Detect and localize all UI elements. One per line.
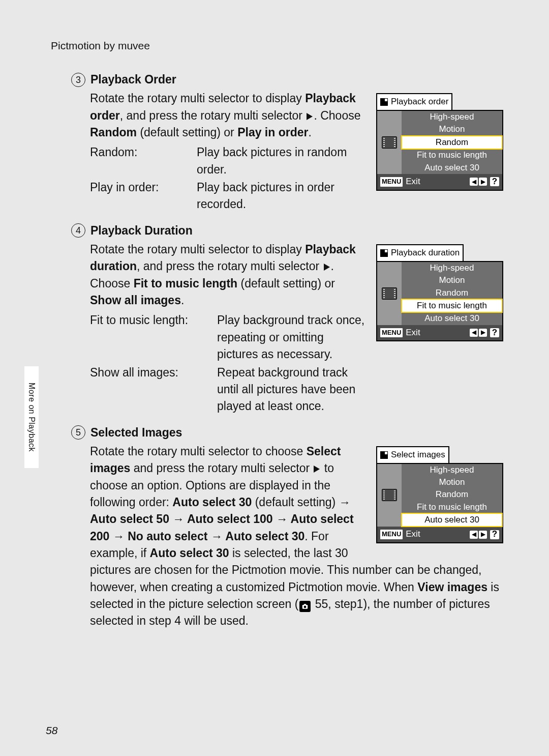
nav-left-icon: ◀ xyxy=(470,178,478,186)
filmstrip-icon xyxy=(377,262,402,325)
def-term: Fit to music length: xyxy=(90,312,212,363)
lcd-menu-item: High-speed xyxy=(402,262,502,274)
lcd-title: Select images xyxy=(376,446,449,464)
step-number-icon: 3 xyxy=(71,73,85,87)
nav-left-icon: ◀ xyxy=(470,531,478,539)
nav-left-icon: ◀ xyxy=(470,329,478,337)
lcd-menu-item: Auto select 30 xyxy=(402,312,502,325)
exit-label: Exit xyxy=(406,528,420,541)
def-term: Show all images: xyxy=(90,364,212,415)
mode-icon xyxy=(380,98,388,106)
def-term: Random: xyxy=(90,144,192,178)
lcd-screenshot-playback-duration: Playback durationHigh-speedMotionRandomF… xyxy=(376,244,503,341)
filmstrip-icon xyxy=(377,464,402,527)
lcd-menu-item: Random xyxy=(402,287,502,299)
page-header: Pictmotion by muvee xyxy=(51,40,150,52)
step-selected-images: 5 Selected Images Select imagesHigh-spee… xyxy=(71,424,503,630)
nav-right-icon: ▶ xyxy=(479,531,487,539)
lcd-menu-item: Motion xyxy=(402,476,502,488)
menu-button-icon: MENU xyxy=(380,530,403,539)
section-tab: More on Playback xyxy=(24,366,39,468)
lcd-menu-item: Auto select 30 xyxy=(402,162,502,174)
lcd-menu-item: Random xyxy=(402,488,502,501)
step-number-icon: 4 xyxy=(71,223,85,238)
right-arrow-icon xyxy=(307,113,313,120)
lcd-menu-item: High-speed xyxy=(402,111,502,123)
right-arrow-icon xyxy=(324,264,330,271)
svg-rect-2 xyxy=(304,604,307,605)
step-playback-order: 3 Playback Order Playback orderHigh-spee… xyxy=(71,71,503,213)
step-number-icon: 5 xyxy=(71,425,85,440)
mode-icon xyxy=(380,249,388,257)
lcd-menu-item: Auto select 30 xyxy=(401,513,503,527)
lcd-menu-item: High-speed xyxy=(402,464,502,476)
lcd-menu-item: Random xyxy=(401,135,503,150)
def-desc: Play back pictures in order recorded. xyxy=(197,179,365,213)
menu-button-icon: MENU xyxy=(380,177,403,187)
exit-label: Exit xyxy=(406,176,420,188)
right-arrow-icon xyxy=(314,466,320,473)
help-icon: ? xyxy=(490,177,499,186)
lcd-screenshot-select-images: Select imagesHigh-speedMotionRandomFit t… xyxy=(376,446,503,543)
step-title: Playback Order xyxy=(90,71,176,88)
lcd-menu-item: Motion xyxy=(402,123,502,135)
camera-ref-icon xyxy=(299,601,311,612)
filmstrip-icon xyxy=(377,111,402,174)
lcd-menu-item: Fit to music length xyxy=(401,299,503,313)
def-desc: Repeat background track until all pictur… xyxy=(217,364,365,415)
lcd-screenshot-playback-order: Playback orderHigh-speedMotionRandomFit … xyxy=(376,93,503,190)
help-icon: ? xyxy=(490,530,499,539)
lcd-menu-item: Motion xyxy=(402,274,502,286)
exit-label: Exit xyxy=(406,327,420,339)
svg-point-1 xyxy=(304,606,307,608)
lcd-menu-item: Fit to music length xyxy=(402,149,502,161)
mode-icon xyxy=(380,451,388,459)
menu-button-icon: MENU xyxy=(380,328,403,338)
def-term: Play in order: xyxy=(90,179,192,213)
nav-right-icon: ▶ xyxy=(479,178,487,186)
step-title: Playback Duration xyxy=(90,222,193,239)
def-desc: Play background track once, repeating or… xyxy=(217,312,365,363)
step-title: Selected Images xyxy=(90,424,182,441)
def-desc: Play back pictures in random order. xyxy=(197,144,365,178)
help-icon: ? xyxy=(490,328,499,337)
page-number: 58 xyxy=(46,724,57,737)
lcd-title: Playback duration xyxy=(376,244,464,262)
lcd-title: Playback order xyxy=(376,93,452,111)
nav-right-icon: ▶ xyxy=(479,329,487,337)
step-playback-duration: 4 Playback Duration Playback durationHig… xyxy=(71,222,503,415)
lcd-menu-item: Fit to music length xyxy=(402,501,502,513)
